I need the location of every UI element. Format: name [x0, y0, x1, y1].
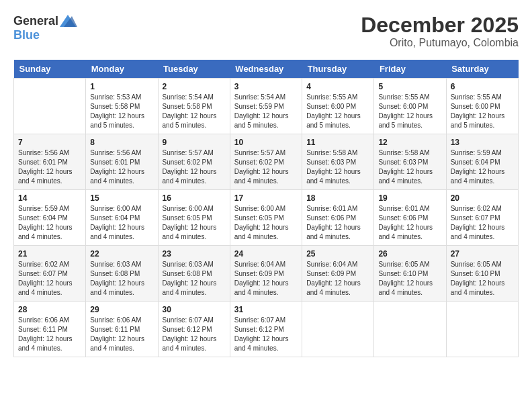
calendar-cell: 3Sunrise: 5:54 AMSunset: 5:59 PMDaylight… [230, 79, 302, 134]
day-number: 4 [306, 82, 369, 91]
day-number: 1 [90, 82, 153, 91]
calendar-cell: 7Sunrise: 5:56 AMSunset: 6:01 PMDaylight… [14, 134, 86, 190]
day-info: Sunrise: 6:03 AMSunset: 6:08 PMDaylight:… [90, 260, 153, 298]
weekday-header-friday: Friday [374, 60, 446, 79]
calendar-cell: 29Sunrise: 6:06 AMSunset: 6:11 PMDayligh… [86, 302, 158, 357]
day-info: Sunrise: 6:06 AMSunset: 6:11 PMDaylight:… [18, 316, 81, 353]
day-number: 12 [378, 138, 441, 147]
day-number: 28 [18, 305, 81, 314]
calendar-cell: 13Sunrise: 5:59 AMSunset: 6:04 PMDayligh… [446, 134, 518, 190]
day-info: Sunrise: 5:53 AMSunset: 5:58 PMDaylight:… [90, 93, 153, 130]
calendar-cell: 18Sunrise: 6:01 AMSunset: 6:06 PMDayligh… [302, 190, 374, 246]
day-info: Sunrise: 6:04 AMSunset: 6:09 PMDaylight:… [234, 260, 298, 298]
calendar-cell: 17Sunrise: 6:00 AMSunset: 6:05 PMDayligh… [230, 190, 302, 246]
day-number: 16 [163, 193, 226, 203]
logo-icon [58, 13, 77, 28]
calendar-cell [446, 302, 518, 357]
day-number: 2 [163, 82, 226, 91]
day-info: Sunrise: 5:58 AMSunset: 6:03 PMDaylight:… [378, 148, 441, 186]
day-number: 3 [234, 82, 298, 91]
weekday-header-thursday: Thursday [302, 60, 374, 79]
calendar-cell: 26Sunrise: 6:05 AMSunset: 6:10 PMDayligh… [374, 246, 446, 302]
day-number: 18 [306, 193, 369, 203]
day-number: 11 [306, 138, 369, 147]
day-info: Sunrise: 5:55 AMSunset: 6:00 PMDaylight:… [451, 93, 514, 130]
calendar-cell: 19Sunrise: 6:01 AMSunset: 6:06 PMDayligh… [374, 190, 446, 246]
day-info: Sunrise: 5:54 AMSunset: 5:58 PMDaylight:… [163, 93, 226, 130]
page-header: General Blue December 2025 Orito, Putuma… [13, 13, 519, 49]
title-block: December 2025 Orito, Putumayo, Colombia [361, 13, 519, 49]
weekday-header-row: SundayMondayTuesdayWednesdayThursdayFrid… [14, 60, 519, 79]
calendar-cell: 9Sunrise: 5:57 AMSunset: 6:02 PMDaylight… [158, 134, 230, 190]
calendar-cell: 10Sunrise: 5:57 AMSunset: 6:02 PMDayligh… [230, 134, 302, 190]
day-info: Sunrise: 6:07 AMSunset: 6:12 PMDaylight:… [234, 316, 298, 353]
logo-text-blue: Blue [13, 28, 40, 42]
calendar-cell: 25Sunrise: 6:04 AMSunset: 6:09 PMDayligh… [302, 246, 374, 302]
day-info: Sunrise: 6:07 AMSunset: 6:12 PMDaylight:… [163, 316, 226, 353]
day-number: 13 [451, 138, 514, 147]
calendar-cell: 8Sunrise: 5:56 AMSunset: 6:01 PMDaylight… [86, 134, 158, 190]
day-number: 6 [451, 82, 514, 91]
day-number: 17 [234, 193, 298, 203]
calendar-cell: 21Sunrise: 6:02 AMSunset: 6:07 PMDayligh… [14, 246, 86, 302]
day-number: 8 [90, 138, 153, 147]
day-number: 31 [234, 305, 298, 314]
page-title: December 2025 [361, 13, 519, 37]
day-number: 15 [90, 193, 153, 203]
day-info: Sunrise: 6:05 AMSunset: 6:10 PMDaylight:… [378, 260, 441, 298]
weekday-header-tuesday: Tuesday [158, 60, 230, 79]
day-number: 7 [18, 138, 81, 147]
day-info: Sunrise: 5:57 AMSunset: 6:02 PMDaylight:… [163, 148, 226, 186]
day-number: 10 [234, 138, 298, 147]
day-info: Sunrise: 6:05 AMSunset: 6:10 PMDaylight:… [451, 260, 514, 298]
day-info: Sunrise: 6:04 AMSunset: 6:09 PMDaylight:… [306, 260, 369, 298]
calendar-cell: 23Sunrise: 6:03 AMSunset: 6:08 PMDayligh… [158, 246, 230, 302]
calendar-cell: 2Sunrise: 5:54 AMSunset: 5:58 PMDaylight… [158, 79, 230, 134]
day-info: Sunrise: 6:01 AMSunset: 6:06 PMDaylight:… [378, 204, 441, 242]
day-info: Sunrise: 6:03 AMSunset: 6:08 PMDaylight:… [163, 260, 226, 298]
calendar-cell: 30Sunrise: 6:07 AMSunset: 6:12 PMDayligh… [158, 302, 230, 357]
calendar-table: SundayMondayTuesdayWednesdayThursdayFrid… [13, 60, 519, 357]
day-number: 20 [451, 193, 514, 203]
page-subtitle: Orito, Putumayo, Colombia [361, 37, 519, 49]
calendar-cell [374, 302, 446, 357]
day-number: 24 [234, 249, 298, 259]
calendar-cell: 6Sunrise: 5:55 AMSunset: 6:00 PMDaylight… [446, 79, 518, 134]
day-info: Sunrise: 6:00 AMSunset: 6:05 PMDaylight:… [234, 204, 298, 242]
weekday-header-sunday: Sunday [14, 60, 86, 79]
day-number: 25 [306, 249, 369, 259]
calendar-cell: 1Sunrise: 5:53 AMSunset: 5:58 PMDaylight… [86, 79, 158, 134]
calendar-cell: 14Sunrise: 5:59 AMSunset: 6:04 PMDayligh… [14, 190, 86, 246]
day-info: Sunrise: 6:02 AMSunset: 6:07 PMDaylight:… [451, 204, 514, 242]
day-info: Sunrise: 5:56 AMSunset: 6:01 PMDaylight:… [18, 148, 81, 186]
logo: General Blue [13, 13, 77, 42]
day-number: 30 [163, 305, 226, 314]
calendar-cell: 4Sunrise: 5:55 AMSunset: 6:00 PMDaylight… [302, 79, 374, 134]
day-info: Sunrise: 5:54 AMSunset: 5:59 PMDaylight:… [234, 93, 298, 130]
day-number: 27 [451, 249, 514, 259]
calendar-week-row: 21Sunrise: 6:02 AMSunset: 6:07 PMDayligh… [14, 246, 519, 302]
calendar-cell: 16Sunrise: 6:00 AMSunset: 6:05 PMDayligh… [158, 190, 230, 246]
day-info: Sunrise: 5:55 AMSunset: 6:00 PMDaylight:… [306, 93, 369, 130]
day-info: Sunrise: 5:58 AMSunset: 6:03 PMDaylight:… [306, 148, 369, 186]
day-info: Sunrise: 5:59 AMSunset: 6:04 PMDaylight:… [451, 148, 514, 186]
logo-text-general: General [13, 14, 58, 28]
calendar-cell: 15Sunrise: 6:00 AMSunset: 6:04 PMDayligh… [86, 190, 158, 246]
day-info: Sunrise: 6:02 AMSunset: 6:07 PMDaylight:… [18, 260, 81, 298]
calendar-week-row: 7Sunrise: 5:56 AMSunset: 6:01 PMDaylight… [14, 134, 519, 190]
day-number: 21 [18, 249, 81, 259]
day-number: 14 [18, 193, 81, 203]
day-number: 26 [378, 249, 441, 259]
calendar-cell: 12Sunrise: 5:58 AMSunset: 6:03 PMDayligh… [374, 134, 446, 190]
calendar-cell [302, 302, 374, 357]
calendar-week-row: 1Sunrise: 5:53 AMSunset: 5:58 PMDaylight… [14, 79, 519, 134]
calendar-cell [14, 79, 86, 134]
calendar-cell: 31Sunrise: 6:07 AMSunset: 6:12 PMDayligh… [230, 302, 302, 357]
day-number: 22 [90, 249, 153, 259]
weekday-header-wednesday: Wednesday [230, 60, 302, 79]
calendar-cell: 22Sunrise: 6:03 AMSunset: 6:08 PMDayligh… [86, 246, 158, 302]
day-number: 29 [90, 305, 153, 314]
day-number: 9 [163, 138, 226, 147]
day-info: Sunrise: 5:56 AMSunset: 6:01 PMDaylight:… [90, 148, 153, 186]
day-info: Sunrise: 6:00 AMSunset: 6:04 PMDaylight:… [90, 204, 153, 242]
